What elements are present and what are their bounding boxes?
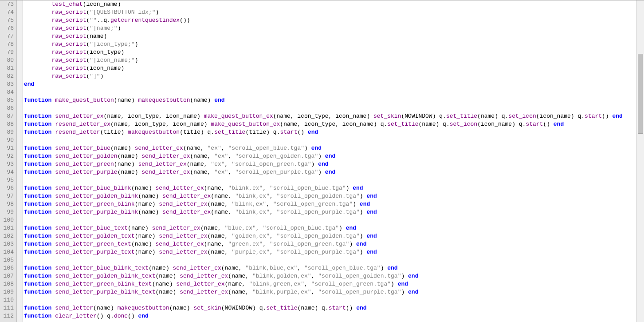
line-number-gutter[interactable]: 7374757677787980818283848586878889909192… (0, 0, 17, 322)
code-line[interactable] (24, 256, 636, 264)
line-number: 108 (0, 280, 14, 288)
line-number: 112 (0, 312, 14, 320)
code-line[interactable]: function send_letter_blue_blink(name) se… (24, 184, 636, 192)
line-number: 74 (0, 8, 14, 16)
code-line[interactable]: raw_script("]") (24, 72, 636, 80)
line-number: 80 (0, 56, 14, 64)
code-line[interactable]: function send_letter_blue(name) send_let… (24, 144, 636, 152)
code-line[interactable]: raw_script(icon_type) (24, 48, 636, 56)
code-line[interactable]: raw_script(name) (24, 32, 636, 40)
code-line[interactable]: function send_letter(name) makequestbutt… (24, 304, 636, 312)
line-number: 79 (0, 48, 14, 56)
line-number: 95 (0, 176, 14, 184)
code-line[interactable]: end (24, 80, 636, 88)
code-line[interactable]: function make_quest_button(name) makeque… (24, 96, 636, 104)
code-line[interactable]: function send_letter_purple_blink(name) … (24, 208, 636, 216)
code-line[interactable]: function send_letter_green_blink(name) s… (24, 200, 636, 208)
line-number: 73 (0, 0, 14, 8)
code-line[interactable] (24, 104, 636, 112)
code-line[interactable]: function resend_letter(title) makequestb… (24, 128, 636, 136)
code-line[interactable]: function send_letter_blue_blink_text(nam… (24, 264, 636, 272)
code-line[interactable]: function send_letter_golden_text(name) s… (24, 232, 636, 240)
line-number: 101 (0, 224, 14, 232)
code-line[interactable]: function send_letter_purple_text(name) s… (24, 248, 636, 256)
line-number: 92 (0, 152, 14, 160)
code-line[interactable]: function send_letter_golden_blink_text(n… (24, 272, 636, 280)
line-number: 102 (0, 232, 14, 240)
line-number: 98 (0, 200, 14, 208)
code-line[interactable]: function send_letter_ex(name, icon_type,… (24, 112, 636, 120)
line-number: 94 (0, 168, 14, 176)
line-number: 88 (0, 120, 14, 128)
code-line[interactable]: function send_letter_purple_blink_text(n… (24, 288, 636, 296)
code-line[interactable] (24, 176, 636, 184)
line-number: 106 (0, 264, 14, 272)
code-line[interactable]: function send_letter_golden_blink(name) … (24, 192, 636, 200)
code-line[interactable]: function clear_letter() q.done() end (24, 312, 636, 320)
line-number: 93 (0, 160, 14, 168)
line-number: 97 (0, 192, 14, 200)
line-number: 91 (0, 144, 14, 152)
line-number: 105 (0, 256, 14, 264)
code-line[interactable]: raw_script("[QUESTBUTTON idx;") (24, 8, 636, 16)
code-line[interactable]: function send_letter_green_text(name) se… (24, 240, 636, 248)
line-number: 77 (0, 32, 14, 40)
code-area[interactable]: test_chat(icon_name) raw_script("[QUESTB… (23, 0, 636, 322)
line-number: 111 (0, 304, 14, 312)
line-number: 90 (0, 136, 14, 144)
line-number: 78 (0, 40, 14, 48)
code-line[interactable] (24, 296, 636, 304)
code-line[interactable]: function send_letter_blue_text(name) sen… (24, 224, 636, 232)
code-line[interactable]: function send_letter_green(name) send_le… (24, 160, 636, 168)
line-number: 100 (0, 216, 14, 224)
line-number: 87 (0, 112, 14, 120)
line-number: 103 (0, 240, 14, 248)
vertical-scrollbar[interactable] (636, 0, 644, 322)
code-line[interactable] (24, 88, 636, 96)
code-line[interactable]: function send_letter_green_blink_text(na… (24, 280, 636, 288)
line-number: 104 (0, 248, 14, 256)
code-line[interactable]: raw_script("|icon_name;") (24, 56, 636, 64)
line-number: 110 (0, 296, 14, 304)
code-line[interactable]: test_chat(icon_name) (24, 0, 636, 8)
line-number: 83 (0, 80, 14, 88)
code-line[interactable] (24, 216, 636, 224)
scrollbar-thumb[interactable] (638, 54, 643, 134)
code-editor: 7374757677787980818283848586878889909192… (0, 0, 644, 322)
code-line[interactable]: raw_script("|name;") (24, 24, 636, 32)
line-number: 84 (0, 88, 14, 96)
code-line[interactable]: function send_letter_golden(name) send_l… (24, 152, 636, 160)
line-number: 85 (0, 96, 14, 104)
line-number: 81 (0, 64, 14, 72)
code-line[interactable]: function resend_letter_ex(name, icon_typ… (24, 120, 636, 128)
line-number: 89 (0, 128, 14, 136)
line-number: 75 (0, 16, 14, 24)
code-line[interactable]: function send_letter_purple(name) send_l… (24, 168, 636, 176)
line-number: 107 (0, 272, 14, 280)
code-line[interactable]: raw_script(""..q.getcurrentquestindex()) (24, 16, 636, 24)
line-number: 76 (0, 24, 14, 32)
line-number: 109 (0, 288, 14, 296)
code-line[interactable] (24, 136, 636, 144)
line-number: 82 (0, 72, 14, 80)
line-number: 96 (0, 184, 14, 192)
line-number: 99 (0, 208, 14, 216)
code-line[interactable]: raw_script("|icon_type;") (24, 40, 636, 48)
line-number: 86 (0, 104, 14, 112)
fold-margin[interactable] (17, 0, 23, 322)
code-line[interactable]: raw_script(icon_name) (24, 64, 636, 72)
